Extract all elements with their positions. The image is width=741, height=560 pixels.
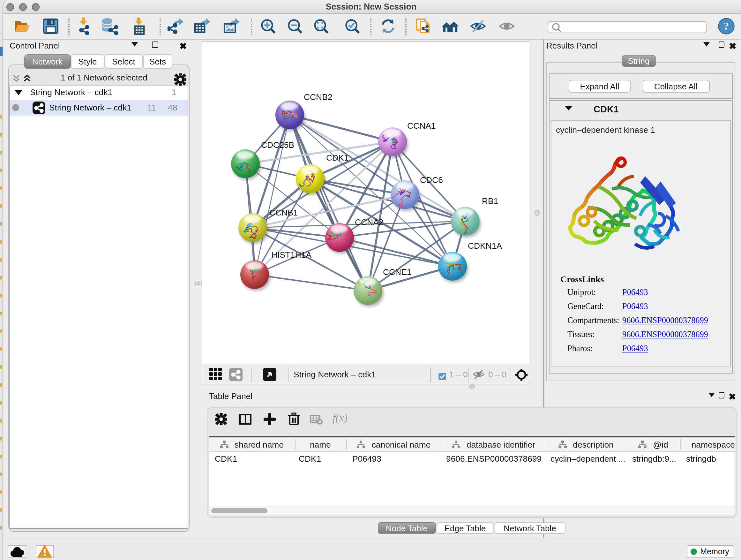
svg-text:HIST1H1A: HIST1H1A	[271, 250, 312, 259]
svg-text:CDC25B: CDC25B	[261, 140, 294, 149]
svg-text:CCNB2: CCNB2	[304, 92, 332, 102]
svg-text:CCNB1: CCNB1	[269, 207, 298, 217]
svg-text:?: ?	[724, 20, 729, 32]
svg-text:CDKN1A: CDKN1A	[468, 241, 502, 250]
svg-text:CCNA1: CCNA1	[407, 121, 435, 130]
svg-text:CDC6: CDC6	[420, 175, 443, 185]
svg-text:CCNE1: CCNE1	[383, 267, 411, 276]
svg-text:RB1: RB1	[482, 196, 498, 206]
svg-text:CDK1: CDK1	[326, 152, 348, 162]
svg-text:CCNA2: CCNA2	[355, 217, 383, 227]
